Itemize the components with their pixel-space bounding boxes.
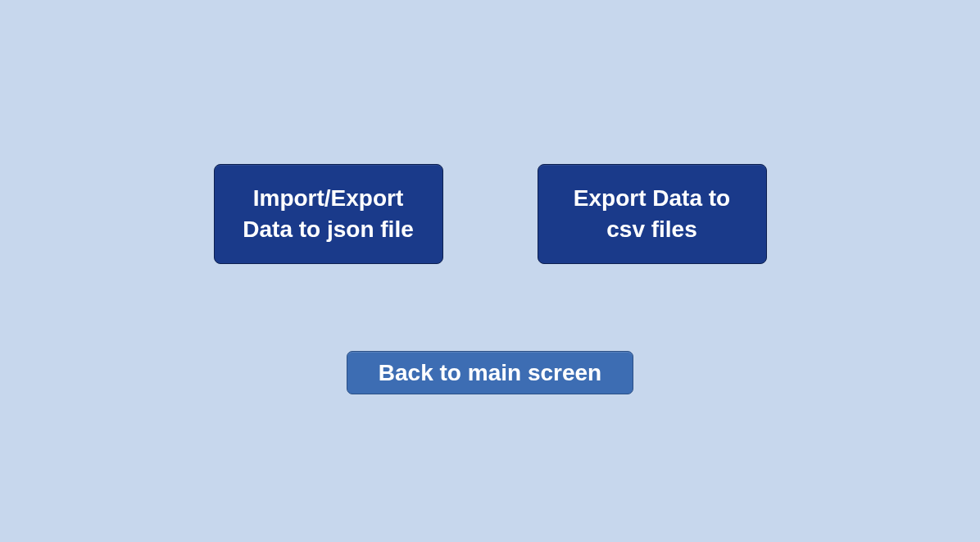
- back-to-main-button[interactable]: Back to main screen: [347, 351, 633, 394]
- import-export-json-button[interactable]: Import/Export Data to json file: [214, 164, 443, 264]
- export-csv-button[interactable]: Export Data to csv files: [538, 164, 767, 264]
- action-button-row: Import/Export Data to json file Export D…: [0, 164, 980, 264]
- back-button-row: Back to main screen: [0, 351, 980, 394]
